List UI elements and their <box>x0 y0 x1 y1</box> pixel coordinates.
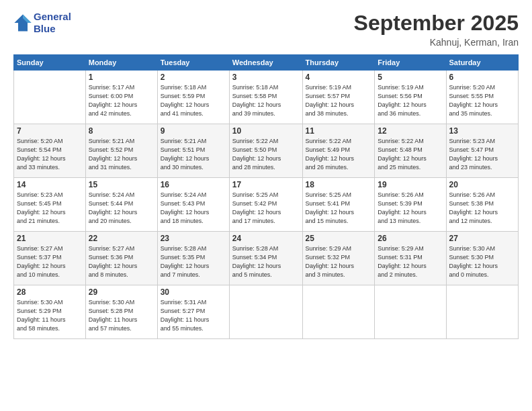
cell-info: Sunrise: 5:21 AM Sunset: 5:52 PM Dayligh… <box>89 137 154 172</box>
cell-info: Sunrise: 5:28 AM Sunset: 5:35 PM Dayligh… <box>161 244 226 279</box>
day-number: 30 <box>161 287 226 297</box>
calendar-cell: 13Sunrise: 5:23 AM Sunset: 5:47 PM Dayli… <box>446 124 518 178</box>
day-number: 12 <box>378 126 443 136</box>
cell-info: Sunrise: 5:19 AM Sunset: 5:56 PM Dayligh… <box>378 83 443 118</box>
cell-info: Sunrise: 5:23 AM Sunset: 5:47 PM Dayligh… <box>449 137 515 172</box>
day-number: 14 <box>17 180 83 189</box>
logo-icon <box>13 13 32 32</box>
calendar-cell: 3Sunrise: 5:18 AM Sunset: 5:58 PM Daylig… <box>229 71 302 124</box>
calendar-cell: 16Sunrise: 5:24 AM Sunset: 5:43 PM Dayli… <box>157 178 229 232</box>
cell-info: Sunrise: 5:24 AM Sunset: 5:44 PM Dayligh… <box>89 191 154 226</box>
cell-info: Sunrise: 5:29 AM Sunset: 5:32 PM Dayligh… <box>306 244 372 279</box>
day-number: 23 <box>161 234 226 243</box>
calendar-cell: 11Sunrise: 5:22 AM Sunset: 5:49 PM Dayli… <box>302 124 375 178</box>
cell-info: Sunrise: 5:20 AM Sunset: 5:55 PM Dayligh… <box>449 83 515 118</box>
day-number: 16 <box>161 180 226 189</box>
calendar-cell: 23Sunrise: 5:28 AM Sunset: 5:35 PM Dayli… <box>157 232 229 285</box>
cell-info: Sunrise: 5:20 AM Sunset: 5:54 PM Dayligh… <box>17 137 83 172</box>
calendar-cell: 26Sunrise: 5:29 AM Sunset: 5:31 PM Dayli… <box>375 232 446 285</box>
cell-info: Sunrise: 5:25 AM Sunset: 5:41 PM Dayligh… <box>306 191 372 226</box>
day-number: 9 <box>161 126 226 136</box>
week-row-2: 7Sunrise: 5:20 AM Sunset: 5:54 PM Daylig… <box>14 124 519 178</box>
logo: General Blue <box>13 11 71 35</box>
cell-info: Sunrise: 5:18 AM Sunset: 5:58 PM Dayligh… <box>232 83 300 118</box>
week-row-3: 14Sunrise: 5:23 AM Sunset: 5:45 PM Dayli… <box>14 178 519 232</box>
cell-info: Sunrise: 5:30 AM Sunset: 5:28 PM Dayligh… <box>89 298 154 333</box>
cell-info: Sunrise: 5:21 AM Sunset: 5:51 PM Dayligh… <box>161 137 226 172</box>
day-number: 24 <box>232 234 300 243</box>
calendar-cell: 6Sunrise: 5:20 AM Sunset: 5:55 PM Daylig… <box>446 71 518 124</box>
cell-info: Sunrise: 5:22 AM Sunset: 5:49 PM Dayligh… <box>306 137 372 172</box>
month-title: September 2025 <box>354 11 519 36</box>
calendar-cell: 8Sunrise: 5:21 AM Sunset: 5:52 PM Daylig… <box>85 124 157 178</box>
cell-info: Sunrise: 5:22 AM Sunset: 5:48 PM Dayligh… <box>378 137 443 172</box>
col-header-thursday: Thursday <box>302 55 375 71</box>
day-number: 1 <box>89 73 154 82</box>
calendar-cell: 1Sunrise: 5:17 AM Sunset: 6:00 PM Daylig… <box>85 71 157 124</box>
cell-info: Sunrise: 5:23 AM Sunset: 5:45 PM Dayligh… <box>17 191 83 226</box>
calendar-cell <box>229 285 302 339</box>
day-number: 4 <box>306 73 372 82</box>
cell-info: Sunrise: 5:31 AM Sunset: 5:27 PM Dayligh… <box>161 298 226 333</box>
calendar-cell: 19Sunrise: 5:26 AM Sunset: 5:39 PM Dayli… <box>375 178 446 232</box>
day-number: 21 <box>17 234 83 243</box>
day-number: 13 <box>449 126 515 136</box>
logo-text: General Blue <box>34 11 71 35</box>
cell-info: Sunrise: 5:22 AM Sunset: 5:50 PM Dayligh… <box>232 137 300 172</box>
page: General Blue September 2025 Kahnuj, Kerm… <box>0 0 532 411</box>
col-header-wednesday: Wednesday <box>229 55 302 71</box>
calendar-table: SundayMondayTuesdayWednesdayThursdayFrid… <box>13 54 519 339</box>
cell-info: Sunrise: 5:19 AM Sunset: 5:57 PM Dayligh… <box>306 83 372 118</box>
day-number: 29 <box>89 287 154 297</box>
calendar-cell <box>446 285 518 339</box>
calendar-cell: 2Sunrise: 5:18 AM Sunset: 5:59 PM Daylig… <box>157 71 229 124</box>
cell-info: Sunrise: 5:24 AM Sunset: 5:43 PM Dayligh… <box>161 191 226 226</box>
cell-info: Sunrise: 5:17 AM Sunset: 6:00 PM Dayligh… <box>89 83 154 118</box>
cell-info: Sunrise: 5:30 AM Sunset: 5:29 PM Dayligh… <box>17 298 83 333</box>
cell-info: Sunrise: 5:25 AM Sunset: 5:42 PM Dayligh… <box>232 191 300 226</box>
calendar-cell <box>302 285 375 339</box>
cell-info: Sunrise: 5:27 AM Sunset: 5:37 PM Dayligh… <box>17 244 83 279</box>
day-number: 15 <box>89 180 154 189</box>
day-number: 17 <box>232 180 300 189</box>
calendar-cell: 14Sunrise: 5:23 AM Sunset: 5:45 PM Dayli… <box>14 178 86 232</box>
title-block: September 2025 Kahnuj, Kerman, Iran <box>354 11 519 48</box>
day-number: 20 <box>449 180 515 189</box>
day-number: 7 <box>17 126 83 136</box>
calendar-cell: 29Sunrise: 5:30 AM Sunset: 5:28 PM Dayli… <box>85 285 157 339</box>
day-number: 10 <box>232 126 300 136</box>
day-number: 11 <box>306 126 372 136</box>
cell-info: Sunrise: 5:29 AM Sunset: 5:31 PM Dayligh… <box>378 244 443 279</box>
day-number: 5 <box>378 73 443 82</box>
day-number: 25 <box>306 234 372 243</box>
calendar-cell: 5Sunrise: 5:19 AM Sunset: 5:56 PM Daylig… <box>375 71 446 124</box>
week-row-4: 21Sunrise: 5:27 AM Sunset: 5:37 PM Dayli… <box>14 232 519 285</box>
col-header-monday: Monday <box>85 55 157 71</box>
calendar-cell: 24Sunrise: 5:28 AM Sunset: 5:34 PM Dayli… <box>229 232 302 285</box>
day-number: 18 <box>306 180 372 189</box>
cell-info: Sunrise: 5:28 AM Sunset: 5:34 PM Dayligh… <box>232 244 300 279</box>
calendar-cell <box>14 71 86 124</box>
calendar-cell: 10Sunrise: 5:22 AM Sunset: 5:50 PM Dayli… <box>229 124 302 178</box>
week-row-5: 28Sunrise: 5:30 AM Sunset: 5:29 PM Dayli… <box>14 285 519 339</box>
calendar-cell <box>375 285 446 339</box>
cell-info: Sunrise: 5:26 AM Sunset: 5:38 PM Dayligh… <box>449 191 515 226</box>
col-header-friday: Friday <box>375 55 446 71</box>
cell-info: Sunrise: 5:30 AM Sunset: 5:30 PM Dayligh… <box>449 244 515 279</box>
cell-info: Sunrise: 5:18 AM Sunset: 5:59 PM Dayligh… <box>161 83 226 118</box>
calendar-cell: 7Sunrise: 5:20 AM Sunset: 5:54 PM Daylig… <box>14 124 86 178</box>
calendar-cell: 21Sunrise: 5:27 AM Sunset: 5:37 PM Dayli… <box>14 232 86 285</box>
header-row: SundayMondayTuesdayWednesdayThursdayFrid… <box>14 55 519 71</box>
calendar-cell: 17Sunrise: 5:25 AM Sunset: 5:42 PM Dayli… <box>229 178 302 232</box>
calendar-cell: 30Sunrise: 5:31 AM Sunset: 5:27 PM Dayli… <box>157 285 229 339</box>
calendar-cell: 20Sunrise: 5:26 AM Sunset: 5:38 PM Dayli… <box>446 178 518 232</box>
cell-info: Sunrise: 5:27 AM Sunset: 5:36 PM Dayligh… <box>89 244 154 279</box>
col-header-sunday: Sunday <box>14 55 86 71</box>
col-header-tuesday: Tuesday <box>157 55 229 71</box>
cell-info: Sunrise: 5:26 AM Sunset: 5:39 PM Dayligh… <box>378 191 443 226</box>
calendar-cell: 9Sunrise: 5:21 AM Sunset: 5:51 PM Daylig… <box>157 124 229 178</box>
day-number: 22 <box>89 234 154 243</box>
day-number: 2 <box>161 73 226 82</box>
day-number: 28 <box>17 287 83 297</box>
calendar-cell: 4Sunrise: 5:19 AM Sunset: 5:57 PM Daylig… <box>302 71 375 124</box>
